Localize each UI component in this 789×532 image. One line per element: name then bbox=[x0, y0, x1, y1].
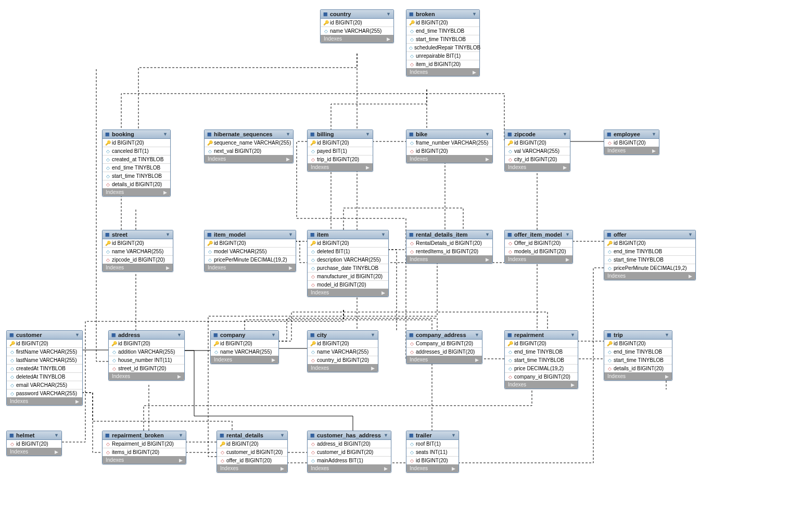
column-row[interactable]: ◇end_time TINYBLOB bbox=[406, 27, 479, 35]
expand-icon[interactable]: ▶ bbox=[689, 274, 692, 279]
table-header[interactable]: ▦helmet▼ bbox=[7, 431, 61, 440]
indexes-section[interactable]: Indexes▶ bbox=[308, 464, 391, 472]
column-row[interactable]: ◇roof BIT(1) bbox=[406, 440, 459, 448]
collapse-icon[interactable]: ▼ bbox=[163, 132, 168, 137]
column-row[interactable]: ◇country_id BIGINT(20) bbox=[308, 356, 378, 364]
expand-icon[interactable]: ▶ bbox=[55, 449, 58, 455]
column-row[interactable]: ◇trip_id BIGINT(20) bbox=[308, 155, 373, 163]
column-row[interactable]: ◇id BIGINT(20) bbox=[406, 147, 492, 155]
collapse-icon[interactable]: ▼ bbox=[166, 232, 170, 237]
collapse-icon[interactable]: ▼ bbox=[688, 232, 693, 237]
table-header[interactable]: ▦country▼ bbox=[321, 10, 393, 19]
column-row[interactable]: ◇start_time TINYBLOB bbox=[406, 35, 479, 44]
column-row[interactable]: 🔑id BIGINT(20) bbox=[7, 340, 82, 348]
table-header[interactable]: ▦repairment_broken▼ bbox=[103, 431, 186, 440]
column-row[interactable]: ◇customer_id BIGINT(20) bbox=[308, 448, 391, 457]
table-booking[interactable]: ▦booking▼🔑id BIGINT(20)◇canceled BIT(1)◇… bbox=[102, 129, 171, 197]
table-header[interactable]: ▦broken▼ bbox=[406, 10, 479, 19]
column-row[interactable]: ◇id BIGINT(20) bbox=[604, 139, 659, 147]
indexes-section[interactable]: Indexes▶ bbox=[205, 264, 296, 271]
collapse-icon[interactable]: ▼ bbox=[54, 433, 59, 438]
column-row[interactable]: 🔑id BIGINT(20) bbox=[604, 239, 695, 248]
collapse-icon[interactable]: ▼ bbox=[381, 232, 386, 237]
collapse-icon[interactable]: ▼ bbox=[288, 232, 293, 237]
table-header[interactable]: ▦employee▼ bbox=[604, 130, 659, 139]
table-header[interactable]: ▦address▼ bbox=[109, 331, 184, 340]
expand-icon[interactable]: ▶ bbox=[75, 399, 79, 404]
collapse-icon[interactable]: ▼ bbox=[475, 332, 479, 338]
expand-icon[interactable]: ▶ bbox=[473, 70, 476, 75]
column-row[interactable]: ◇frame_number VARCHAR(255) bbox=[406, 139, 492, 147]
indexes-section[interactable]: Indexes▶ bbox=[604, 272, 695, 280]
table-trip[interactable]: ▦trip▼🔑id BIGINT(20)◇end_time TINYBLOB◇s… bbox=[604, 330, 672, 381]
column-row[interactable]: ◇item_id BIGINT(20) bbox=[406, 60, 479, 68]
table-header[interactable]: ▦company_address▼ bbox=[406, 331, 482, 340]
expand-icon[interactable]: ▶ bbox=[486, 157, 489, 162]
column-row[interactable]: ◇name VARCHAR(255) bbox=[103, 248, 173, 256]
table-rental_details_item[interactable]: ▦rental_details_item▼◇RentalDetails_id B… bbox=[406, 230, 493, 264]
column-row[interactable]: ◇lastName VARCHAR(255) bbox=[7, 356, 82, 365]
expand-icon[interactable]: ▶ bbox=[486, 257, 489, 262]
column-row[interactable]: ◇items_id BIGINT(20) bbox=[103, 448, 186, 456]
collapse-icon[interactable]: ▼ bbox=[386, 11, 391, 17]
expand-icon[interactable]: ▶ bbox=[163, 190, 167, 195]
table-offer_item_model[interactable]: ▦offer_item_model▼◇Offer_id BIGINT(20)◇m… bbox=[504, 230, 573, 264]
column-row[interactable]: ◇details_id BIGINT(20) bbox=[103, 180, 170, 188]
column-row[interactable]: ◇manufacturer_id BIGINT(20) bbox=[308, 273, 388, 281]
table-company_address[interactable]: ▦company_address▼◇Company_id BIGINT(20)◇… bbox=[406, 330, 482, 364]
collapse-icon[interactable]: ▼ bbox=[177, 332, 182, 338]
expand-icon[interactable]: ▶ bbox=[475, 357, 479, 362]
indexes-section[interactable]: Indexes▶ bbox=[406, 356, 482, 364]
column-row[interactable]: 🔑id BIGINT(20) bbox=[321, 19, 393, 27]
table-city[interactable]: ▦city▼🔑id BIGINT(20)◇name VARCHAR(255)◇c… bbox=[307, 330, 378, 372]
column-row[interactable]: ◇Company_id BIGINT(20) bbox=[406, 340, 482, 348]
column-row[interactable]: ◇Offer_id BIGINT(20) bbox=[505, 239, 572, 248]
table-item[interactable]: ▦item▼🔑id BIGINT(20)◇deleted BIT(1)◇desc… bbox=[307, 230, 389, 297]
table-header[interactable]: ▦hibernate_sequences▼ bbox=[205, 130, 293, 139]
column-row[interactable]: ◇password VARCHAR(255) bbox=[7, 390, 82, 397]
expand-icon[interactable]: ▶ bbox=[286, 157, 290, 162]
table-item_model[interactable]: ▦item_model▼🔑id BIGINT(20)◇model VARCHAR… bbox=[204, 230, 296, 272]
column-row[interactable]: ◇email VARCHAR(255) bbox=[7, 381, 82, 390]
column-row[interactable]: ◇name VARCHAR(255) bbox=[308, 348, 378, 356]
table-header[interactable]: ▦bike▼ bbox=[406, 130, 492, 139]
expand-icon[interactable]: ▶ bbox=[371, 366, 375, 371]
indexes-section[interactable]: Indexes▶ bbox=[103, 264, 173, 271]
expand-icon[interactable]: ▶ bbox=[366, 165, 370, 170]
collapse-icon[interactable]: ▼ bbox=[286, 132, 290, 137]
column-row[interactable]: ◇name VARCHAR(255) bbox=[211, 348, 278, 356]
indexes-section[interactable]: Indexes▶ bbox=[406, 68, 479, 76]
column-row[interactable]: ◇unrepairable BIT(1) bbox=[406, 52, 479, 60]
table-offer[interactable]: ▦offer▼🔑id BIGINT(20)◇end_time TINYBLOB◇… bbox=[604, 230, 696, 280]
collapse-icon[interactable]: ▼ bbox=[271, 332, 276, 338]
column-row[interactable]: ◇company_id BIGINT(20) bbox=[505, 373, 578, 381]
column-row[interactable]: ◇deletedAt TINYBLOB bbox=[7, 373, 82, 381]
indexes-section[interactable]: Indexes▶ bbox=[211, 356, 278, 364]
column-row[interactable]: ◇pricePerMinute DECIMAL(19,2) bbox=[205, 256, 296, 264]
expand-icon[interactable]: ▶ bbox=[384, 466, 388, 471]
column-row[interactable]: 🔑id BIGINT(20) bbox=[505, 340, 578, 348]
indexes-section[interactable]: Indexes▶ bbox=[217, 464, 287, 472]
column-row[interactable]: 🔑id BIGINT(20) bbox=[205, 239, 296, 248]
column-row[interactable]: ◇created_at TINYBLOB bbox=[103, 155, 170, 164]
table-trailer[interactable]: ▦trailer▼◇roof BIT(1)◇seats INT(11)◇id B… bbox=[406, 431, 459, 473]
indexes-section[interactable]: Indexes▶ bbox=[505, 381, 578, 388]
indexes-section[interactable]: Indexes▶ bbox=[308, 364, 378, 372]
column-row[interactable]: ◇Repairment_id BIGINT(20) bbox=[103, 440, 186, 448]
column-row[interactable]: ◇end_time TINYBLOB bbox=[505, 348, 578, 356]
column-row[interactable]: ◇name VARCHAR(255) bbox=[321, 27, 393, 35]
table-helmet[interactable]: ▦helmet▼◇id BIGINT(20)Indexes▶ bbox=[6, 431, 62, 456]
column-row[interactable]: 🔑id BIGINT(20) bbox=[217, 440, 287, 448]
expand-icon[interactable]: ▶ bbox=[571, 382, 575, 387]
column-row[interactable]: ◇scheduledRepair TINYBLOB bbox=[406, 44, 479, 52]
column-row[interactable]: ◇addition VARCHAR(255) bbox=[109, 348, 184, 356]
indexes-section[interactable]: Indexes▶ bbox=[604, 147, 659, 154]
collapse-icon[interactable]: ▼ bbox=[565, 232, 570, 237]
column-row[interactable]: ◇canceled BIT(1) bbox=[103, 147, 170, 155]
expand-icon[interactable]: ▶ bbox=[563, 165, 567, 170]
expand-icon[interactable]: ▶ bbox=[566, 257, 569, 262]
indexes-section[interactable]: Indexes▶ bbox=[308, 289, 388, 296]
column-row[interactable]: ◇model VARCHAR(255) bbox=[205, 248, 296, 256]
column-row[interactable]: ◇pricePerMinute DECIMAL(19,2) bbox=[604, 264, 695, 272]
indexes-section[interactable]: Indexes▶ bbox=[109, 372, 184, 380]
